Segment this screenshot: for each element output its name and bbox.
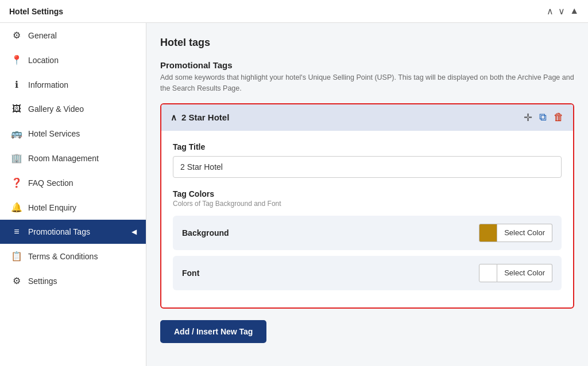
sidebar-label-promotional-tags: Promotional Tags — [28, 227, 126, 236]
promotional-tags-icon: ≡ — [11, 227, 22, 237]
sidebar-item-room-management[interactable]: 🏢 Room Management — [0, 146, 146, 170]
gallery-video-icon: 🖼 — [11, 104, 22, 114]
tag-card-header-right: ✛ ⧉ 🗑 — [524, 111, 564, 124]
sidebar-item-location[interactable]: 📍 Location — [0, 48, 146, 72]
tag-colors-desc: Colors of Tag Background and Font — [173, 200, 562, 208]
sidebar-label-faq-section: FAQ Section — [28, 178, 137, 188]
sidebar-item-faq-section[interactable]: ❓ FAQ Section — [0, 170, 146, 195]
hotel-enquiry-icon: 🔔 — [11, 202, 22, 213]
window-maximize-icon[interactable]: ▲ — [570, 6, 579, 17]
background-color-picker: Select Color — [479, 224, 552, 242]
settings-icon: ⚙ — [11, 275, 22, 286]
information-icon: ℹ — [11, 79, 22, 90]
font-color-picker: Select Color — [479, 264, 552, 282]
window-up-icon[interactable]: ∧ — [547, 6, 554, 17]
sidebar-label-general: General — [28, 31, 137, 40]
room-management-icon: 🏢 — [11, 153, 22, 163]
main-content: Hotel tags Promotional Tags Add some key… — [146, 23, 588, 366]
sidebar-item-promotional-tags[interactable]: ≡ Promotional Tags ◀ — [0, 220, 146, 244]
tag-colors-label: Tag Colors — [173, 189, 562, 198]
tag-card-body: Tag Title Tag Colors Colors of Tag Backg… — [161, 131, 573, 307]
sidebar-label-room-management: Room Management — [28, 154, 137, 163]
font-select-color-button[interactable]: Select Color — [497, 264, 552, 282]
tag-title-input[interactable] — [173, 156, 562, 178]
page-title: Hotel tags — [160, 37, 574, 49]
sidebar-label-settings: Settings — [28, 277, 137, 286]
sidebar: ⚙ General 📍 Location ℹ Information 🖼 Gal… — [0, 23, 146, 366]
tag-card-header: ∧ 2 Star Hotel ✛ ⧉ 🗑 — [161, 104, 573, 131]
sidebar-label-terms-conditions: Terms & Conditions — [28, 252, 137, 261]
font-label: Font — [182, 268, 199, 278]
copy-icon[interactable]: ⧉ — [539, 111, 547, 123]
sidebar-label-location: Location — [28, 56, 137, 65]
active-chevron: ◀ — [131, 228, 137, 236]
section-title: Promotional Tags — [160, 60, 574, 70]
window-down-icon[interactable]: ∨ — [558, 6, 565, 17]
tag-card-header-left: ∧ 2 Star Hotel — [171, 112, 229, 123]
titlebar: Hotel Settings ∧ ∨ ▲ — [0, 0, 588, 23]
sidebar-label-gallery-video: Gallery & Video — [28, 104, 137, 114]
location-icon: 📍 — [11, 54, 22, 65]
add-tag-button[interactable]: Add / Insert New Tag — [160, 320, 266, 343]
sidebar-label-information: Information — [28, 80, 137, 89]
titlebar-controls: ∧ ∨ ▲ — [547, 6, 579, 17]
app-body: ⚙ General 📍 Location ℹ Information 🖼 Gal… — [0, 23, 588, 366]
hotel-services-icon: 🚌 — [11, 128, 22, 139]
delete-icon[interactable]: 🗑 — [554, 111, 564, 123]
sidebar-item-gallery-video[interactable]: 🖼 Gallery & Video — [0, 97, 146, 121]
sidebar-item-hotel-enquiry[interactable]: 🔔 Hotel Enquiry — [0, 195, 146, 220]
move-icon[interactable]: ✛ — [524, 111, 532, 124]
section-desc: Add some keywords that highlight your ho… — [160, 72, 574, 94]
tag-header-label: 2 Star Hotel — [181, 112, 229, 122]
background-color-swatch[interactable] — [479, 224, 497, 242]
font-color-swatch[interactable] — [479, 264, 497, 282]
tag-card: ∧ 2 Star Hotel ✛ ⧉ 🗑 Tag Title Tag Color… — [160, 103, 574, 309]
sidebar-label-hotel-enquiry: Hotel Enquiry — [28, 203, 137, 212]
faq-section-icon: ❓ — [11, 177, 22, 188]
collapse-icon[interactable]: ∧ — [171, 112, 177, 123]
sidebar-item-hotel-services[interactable]: 🚌 Hotel Services — [0, 121, 146, 146]
background-label: Background — [182, 228, 229, 237]
terms-conditions-icon: 📋 — [11, 251, 22, 262]
sidebar-label-hotel-services: Hotel Services — [28, 129, 137, 138]
general-icon: ⚙ — [11, 30, 22, 41]
sidebar-item-information[interactable]: ℹ Information — [0, 72, 146, 97]
sidebar-item-settings[interactable]: ⚙ Settings — [0, 268, 146, 293]
sidebar-item-general[interactable]: ⚙ General — [0, 23, 146, 48]
font-color-row: Font Select Color — [173, 256, 562, 290]
background-color-row: Background Select Color — [173, 216, 562, 250]
background-select-color-button[interactable]: Select Color — [497, 224, 552, 242]
sidebar-item-terms-conditions[interactable]: 📋 Terms & Conditions — [0, 244, 146, 268]
titlebar-title: Hotel Settings — [9, 7, 63, 16]
tag-title-label: Tag Title — [173, 142, 562, 151]
